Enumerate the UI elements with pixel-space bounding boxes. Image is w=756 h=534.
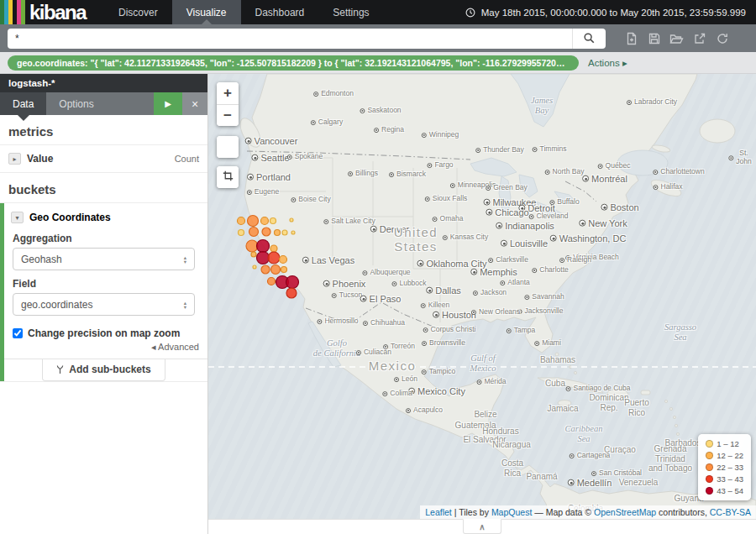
search-input[interactable]: [8, 29, 572, 49]
new-visualization-button[interactable]: [623, 30, 640, 47]
geohash-point[interactable]: [286, 276, 299, 289]
tab-options[interactable]: Options: [46, 92, 106, 115]
bucket-label: Geo Coordinates: [29, 212, 111, 223]
legend-item: 12 – 22: [706, 451, 743, 460]
advanced-toggle-link[interactable]: ◂ Advanced: [8, 342, 199, 353]
nav-tab-discover[interactable]: Discover: [104, 0, 172, 24]
metric-label: Value: [27, 153, 53, 165]
play-icon: ▶: [165, 99, 171, 108]
map-base-layer: [208, 74, 756, 519]
field-label: Field: [13, 278, 195, 290]
search-icon: [583, 32, 596, 44]
geohash-point[interactable]: [275, 230, 281, 236]
geohash-point[interactable]: [271, 265, 281, 275]
apply-changes-button[interactable]: ▶: [154, 92, 182, 115]
attribution-link[interactable]: Leaflet: [425, 507, 452, 517]
zoom-out-button[interactable]: −: [217, 104, 239, 126]
share-button[interactable]: [691, 30, 708, 47]
chevron-up-icon: ∧: [479, 522, 485, 531]
geohash-point[interactable]: [246, 240, 258, 252]
load-visualization-button[interactable]: [669, 30, 685, 47]
geo-filter-pill[interactable]: geo.coordinates: "{ "lat": 42.1127133192…: [8, 55, 579, 71]
geohash-point[interactable]: [238, 217, 245, 225]
map-legend: 1 – 1212 – 2222 – 3333 – 4343 – 54: [698, 434, 751, 500]
field-value: geo.coordinates: [21, 299, 92, 311]
geohash-point[interactable]: [280, 256, 287, 264]
nav-tabs: DiscoverVisualizeDashboardSettings: [104, 0, 384, 24]
field-select[interactable]: geo.coordinates ▴▾: [13, 293, 195, 316]
change-precision-label: Change precision on map zoom: [28, 327, 180, 339]
attribution-link[interactable]: MapQuest: [491, 507, 532, 517]
geohash-point[interactable]: [270, 218, 276, 224]
search-bar-row: [0, 24, 756, 52]
geohash-point[interactable]: [257, 252, 270, 264]
metric-value-row[interactable]: ▸ Value Count: [0, 145, 207, 173]
visualization-sidebar: logstash-* Data Options ▶ × metrics ▸ Va…: [0, 74, 208, 534]
attribution-text: | Tiles by: [452, 507, 491, 517]
close-icon: ×: [192, 97, 198, 111]
chevron-down-icon: ▾: [15, 214, 18, 222]
legend-label: 22 – 33: [717, 463, 743, 472]
geohash-point[interactable]: [281, 267, 287, 273]
geohash-point[interactable]: [268, 278, 276, 285]
fork-icon: [56, 364, 64, 374]
nav-tab-settings[interactable]: Settings: [318, 0, 383, 24]
crop-icon: [223, 170, 234, 181]
tab-data[interactable]: Data: [0, 92, 46, 115]
legend-label: 1 – 12: [717, 439, 738, 448]
fit-data-bounds-button[interactable]: [217, 136, 239, 158]
folder-open-icon: [669, 32, 684, 45]
geohash-point[interactable]: [268, 252, 280, 264]
metric-expand-toggle[interactable]: ▸: [8, 153, 21, 165]
nav-tab-dashboard[interactable]: Dashboard: [241, 0, 319, 24]
map-attribution: Leaflet | Tiles by MapQuest — Map data ©…: [420, 505, 756, 519]
discard-changes-button[interactable]: ×: [182, 92, 207, 115]
refresh-icon: [716, 32, 729, 45]
geohash-point[interactable]: [262, 228, 270, 236]
geohash-point[interactable]: [291, 231, 295, 234]
geohash-point[interactable]: [248, 216, 259, 227]
legend-label: 12 – 22: [717, 451, 743, 460]
save-icon: [648, 32, 661, 45]
bucket-collapse-toggle[interactable]: ▾: [11, 212, 24, 223]
kibana-logo: kibana: [0, 0, 94, 24]
geohash-point[interactable]: [261, 217, 269, 225]
aggregation-select[interactable]: Geohash ▴▾: [13, 248, 195, 270]
geohash-point[interactable]: [270, 245, 277, 252]
geohash-point[interactable]: [249, 228, 259, 237]
save-visualization-button[interactable]: [646, 30, 663, 47]
spy-panel-bar: ∧: [208, 519, 756, 534]
geohash-point[interactable]: [261, 265, 270, 274]
attribution-link[interactable]: CC-BY-SA: [710, 507, 751, 517]
geohash-point[interactable]: [239, 230, 244, 236]
toggle-spy-panel-button[interactable]: ∧: [463, 519, 501, 534]
legend-item: 1 – 12: [706, 439, 743, 448]
geohash-point[interactable]: [290, 218, 293, 222]
time-range-text: May 18th 2015, 00:00:00.000 to May 20th …: [481, 8, 746, 18]
external-link-icon: [693, 32, 706, 45]
draw-rectangle-button[interactable]: [217, 166, 239, 188]
nav-tab-visualize[interactable]: Visualize: [172, 0, 241, 24]
geohash-point[interactable]: [282, 230, 287, 235]
refresh-button[interactable]: [714, 30, 731, 47]
geohash-point[interactable]: [251, 252, 256, 257]
time-picker[interactable]: May 18th 2015, 00:00:00.000 to May 20th …: [465, 0, 756, 24]
attribution-link[interactable]: OpenStreetMap: [594, 507, 656, 517]
add-sub-buckets-button[interactable]: Add sub-buckets: [42, 359, 165, 381]
chevron-right-icon: ▸: [13, 155, 16, 163]
filter-actions-link[interactable]: Actions ▸: [588, 57, 627, 69]
change-precision-checkbox[interactable]: [13, 328, 23, 338]
zoom-in-button[interactable]: +: [217, 82, 239, 104]
search-button[interactable]: [572, 29, 606, 49]
attribution-text: — Map data ©: [532, 507, 594, 517]
legend-label: 33 – 43: [717, 474, 743, 484]
legend-color-dot: [706, 463, 713, 471]
geohash-point[interactable]: [257, 240, 270, 253]
legend-label: 43 – 54: [717, 486, 743, 495]
legend-item: 43 – 54: [706, 486, 743, 495]
geohash-point[interactable]: [286, 288, 297, 298]
new-document-icon: [625, 32, 638, 45]
tile-map[interactable]: EdmontonSaskatoonCalgaryReginaWinnipegVa…: [208, 74, 756, 519]
geohash-point[interactable]: [253, 265, 256, 269]
logo-stripes-icon: [0, 0, 25, 24]
